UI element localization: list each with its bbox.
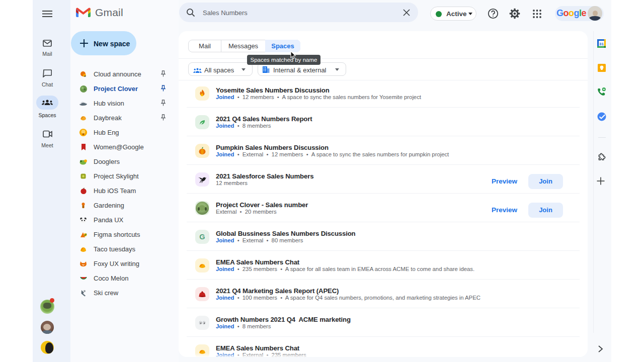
svg-text:31: 31 (599, 42, 604, 46)
